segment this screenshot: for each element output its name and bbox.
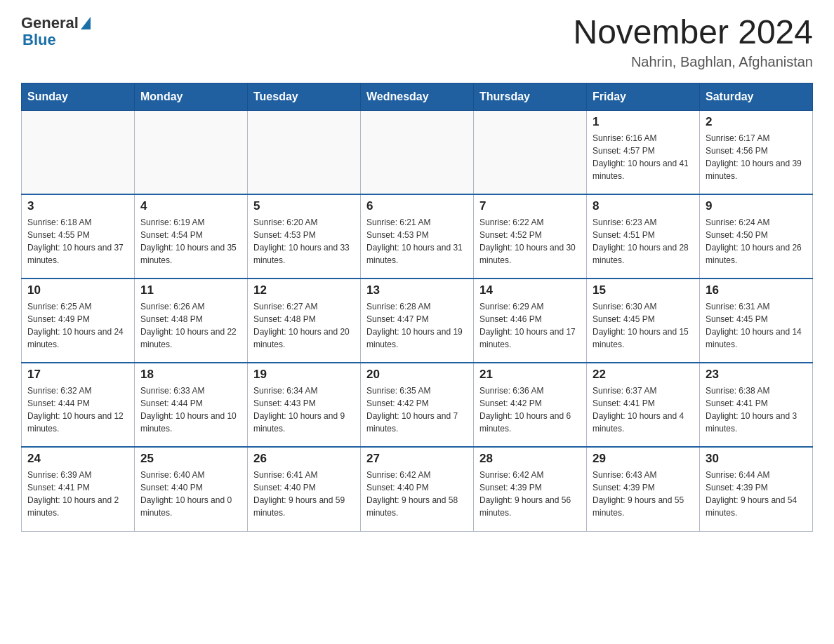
day-info: Sunrise: 6:20 AMSunset: 4:53 PMDaylight:… [253, 216, 355, 267]
calendar-cell: 1Sunrise: 6:16 AMSunset: 4:57 PMDaylight… [587, 110, 700, 194]
day-number: 12 [253, 283, 355, 297]
calendar-cell: 20Sunrise: 6:35 AMSunset: 4:42 PMDayligh… [361, 363, 474, 447]
calendar-cell: 17Sunrise: 6:32 AMSunset: 4:44 PMDayligh… [22, 363, 135, 447]
day-info: Sunrise: 6:39 AMSunset: 4:41 PMDaylight:… [27, 469, 128, 519]
calendar-cell: 12Sunrise: 6:27 AMSunset: 4:48 PMDayligh… [248, 279, 361, 363]
day-number: 6 [366, 199, 468, 213]
day-info: Sunrise: 6:36 AMSunset: 4:42 PMDaylight:… [479, 384, 581, 435]
day-number: 25 [140, 452, 241, 466]
day-info: Sunrise: 6:32 AMSunset: 4:44 PMDaylight:… [27, 384, 128, 435]
calendar-cell: 11Sunrise: 6:26 AMSunset: 4:48 PMDayligh… [135, 279, 248, 363]
logo: General Blue [21, 14, 91, 49]
day-info: Sunrise: 6:44 AMSunset: 4:39 PMDaylight:… [706, 469, 807, 519]
day-number: 27 [366, 452, 468, 466]
weekday-header-monday: Monday [135, 83, 248, 110]
day-number: 5 [253, 199, 355, 213]
calendar-week-row: 10Sunrise: 6:25 AMSunset: 4:49 PMDayligh… [22, 279, 813, 363]
calendar-cell: 14Sunrise: 6:29 AMSunset: 4:46 PMDayligh… [474, 279, 587, 363]
calendar-cell: 5Sunrise: 6:20 AMSunset: 4:53 PMDaylight… [248, 194, 361, 279]
calendar-week-row: 3Sunrise: 6:18 AMSunset: 4:55 PMDaylight… [22, 194, 813, 279]
calendar-cell: 8Sunrise: 6:23 AMSunset: 4:51 PMDaylight… [587, 194, 700, 279]
calendar-cell: 7Sunrise: 6:22 AMSunset: 4:52 PMDaylight… [474, 194, 587, 279]
page-header: General Blue November 2024 Nahrin, Baghl… [21, 14, 813, 70]
calendar-cell [135, 110, 248, 194]
day-number: 8 [593, 199, 694, 213]
weekday-header-sunday: Sunday [22, 83, 135, 110]
calendar-table: SundayMondayTuesdayWednesdayThursdayFrid… [21, 83, 813, 532]
calendar-cell: 22Sunrise: 6:37 AMSunset: 4:41 PMDayligh… [587, 363, 700, 447]
calendar-week-row: 24Sunrise: 6:39 AMSunset: 4:41 PMDayligh… [22, 447, 813, 531]
day-number: 22 [593, 368, 694, 382]
day-info: Sunrise: 6:18 AMSunset: 4:55 PMDaylight:… [27, 216, 128, 267]
day-number: 7 [479, 199, 581, 213]
day-number: 20 [366, 368, 468, 382]
day-number: 16 [706, 283, 807, 297]
day-number: 26 [253, 452, 355, 466]
day-info: Sunrise: 6:42 AMSunset: 4:39 PMDaylight:… [479, 469, 581, 519]
day-info: Sunrise: 6:33 AMSunset: 4:44 PMDaylight:… [140, 384, 241, 435]
location-text: Nahrin, Baghlan, Afghanistan [573, 54, 813, 70]
calendar-cell: 9Sunrise: 6:24 AMSunset: 4:50 PMDaylight… [700, 194, 813, 279]
calendar-cell: 13Sunrise: 6:28 AMSunset: 4:47 PMDayligh… [361, 279, 474, 363]
day-info: Sunrise: 6:34 AMSunset: 4:43 PMDaylight:… [253, 384, 355, 435]
calendar-cell [248, 110, 361, 194]
day-info: Sunrise: 6:24 AMSunset: 4:50 PMDaylight:… [706, 216, 807, 267]
day-number: 30 [706, 452, 807, 466]
day-number: 9 [706, 199, 807, 213]
calendar-week-row: 1Sunrise: 6:16 AMSunset: 4:57 PMDaylight… [22, 110, 813, 194]
day-number: 24 [27, 452, 128, 466]
calendar-header-row: SundayMondayTuesdayWednesdayThursdayFrid… [22, 83, 813, 110]
calendar-cell: 25Sunrise: 6:40 AMSunset: 4:40 PMDayligh… [135, 447, 248, 531]
day-info: Sunrise: 6:29 AMSunset: 4:46 PMDaylight:… [479, 300, 581, 351]
weekday-header-tuesday: Tuesday [248, 83, 361, 110]
day-number: 13 [366, 283, 468, 297]
calendar-cell: 23Sunrise: 6:38 AMSunset: 4:41 PMDayligh… [700, 363, 813, 447]
calendar-cell: 16Sunrise: 6:31 AMSunset: 4:45 PMDayligh… [700, 279, 813, 363]
day-info: Sunrise: 6:23 AMSunset: 4:51 PMDaylight:… [593, 216, 694, 267]
day-info: Sunrise: 6:38 AMSunset: 4:41 PMDaylight:… [706, 384, 807, 435]
day-info: Sunrise: 6:35 AMSunset: 4:42 PMDaylight:… [366, 384, 468, 435]
calendar-cell: 28Sunrise: 6:42 AMSunset: 4:39 PMDayligh… [474, 447, 587, 531]
day-info: Sunrise: 6:16 AMSunset: 4:57 PMDaylight:… [593, 132, 694, 182]
day-number: 28 [479, 452, 581, 466]
calendar-cell: 30Sunrise: 6:44 AMSunset: 4:39 PMDayligh… [700, 447, 813, 531]
calendar-week-row: 17Sunrise: 6:32 AMSunset: 4:44 PMDayligh… [22, 363, 813, 447]
weekday-header-friday: Friday [587, 83, 700, 110]
day-number: 18 [140, 368, 241, 382]
day-info: Sunrise: 6:40 AMSunset: 4:40 PMDaylight:… [140, 469, 241, 519]
day-info: Sunrise: 6:43 AMSunset: 4:39 PMDaylight:… [593, 469, 694, 519]
day-number: 2 [706, 115, 807, 129]
day-info: Sunrise: 6:30 AMSunset: 4:45 PMDaylight:… [593, 300, 694, 351]
day-number: 10 [27, 283, 128, 297]
day-number: 4 [140, 199, 241, 213]
weekday-header-wednesday: Wednesday [361, 83, 474, 110]
calendar-cell: 2Sunrise: 6:17 AMSunset: 4:56 PMDaylight… [700, 110, 813, 194]
calendar-cell [474, 110, 587, 194]
day-number: 15 [593, 283, 694, 297]
month-title: November 2024 [573, 14, 813, 51]
calendar-cell: 4Sunrise: 6:19 AMSunset: 4:54 PMDaylight… [135, 194, 248, 279]
calendar-cell: 26Sunrise: 6:41 AMSunset: 4:40 PMDayligh… [248, 447, 361, 531]
day-info: Sunrise: 6:37 AMSunset: 4:41 PMDaylight:… [593, 384, 694, 435]
day-number: 17 [27, 368, 128, 382]
calendar-cell: 18Sunrise: 6:33 AMSunset: 4:44 PMDayligh… [135, 363, 248, 447]
day-info: Sunrise: 6:26 AMSunset: 4:48 PMDaylight:… [140, 300, 241, 351]
day-info: Sunrise: 6:17 AMSunset: 4:56 PMDaylight:… [706, 132, 807, 182]
day-number: 14 [479, 283, 581, 297]
logo-blue-text: Blue [22, 31, 56, 49]
weekday-header-thursday: Thursday [474, 83, 587, 110]
calendar-cell: 29Sunrise: 6:43 AMSunset: 4:39 PMDayligh… [587, 447, 700, 531]
day-info: Sunrise: 6:31 AMSunset: 4:45 PMDaylight:… [706, 300, 807, 351]
day-number: 11 [140, 283, 241, 297]
calendar-cell: 24Sunrise: 6:39 AMSunset: 4:41 PMDayligh… [22, 447, 135, 531]
calendar-cell [22, 110, 135, 194]
day-number: 19 [253, 368, 355, 382]
day-number: 1 [593, 115, 694, 129]
day-info: Sunrise: 6:21 AMSunset: 4:53 PMDaylight:… [366, 216, 468, 267]
calendar-cell: 19Sunrise: 6:34 AMSunset: 4:43 PMDayligh… [248, 363, 361, 447]
day-info: Sunrise: 6:27 AMSunset: 4:48 PMDaylight:… [253, 300, 355, 351]
calendar-cell: 3Sunrise: 6:18 AMSunset: 4:55 PMDaylight… [22, 194, 135, 279]
day-info: Sunrise: 6:42 AMSunset: 4:40 PMDaylight:… [366, 469, 468, 519]
day-info: Sunrise: 6:28 AMSunset: 4:47 PMDaylight:… [366, 300, 468, 351]
day-number: 23 [706, 368, 807, 382]
